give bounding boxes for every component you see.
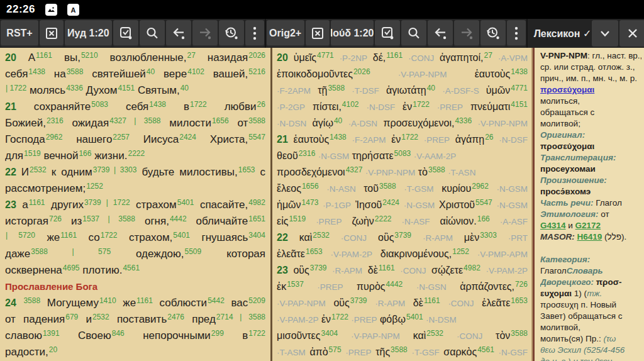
strong-number[interactable]: 2532 [426, 329, 443, 338]
word-group[interactable]: ·F-2APM [352, 134, 386, 145]
word-group[interactable]: себя1438 [5, 68, 45, 80]
word-group[interactable]: ἁγιωτάτῃ40 [386, 85, 435, 96]
select-verses-icon[interactable] [375, 20, 400, 47]
strong-number[interactable]: 575 [329, 345, 341, 354]
strong-number[interactable]: 5547 [248, 133, 265, 142]
word[interactable]: Духом [86, 84, 118, 96]
word-group[interactable]: ·N-GSM [497, 183, 528, 194]
word[interactable]: осквернена [5, 264, 62, 276]
word-group[interactable]: ·PRT [508, 232, 528, 243]
word[interactable]: со [89, 231, 100, 243]
morphology-code[interactable]: ·N-GSN [416, 282, 447, 292]
strong-number[interactable]: 5401 [406, 313, 423, 321]
strong-number[interactable]: 3588 [328, 84, 345, 92]
close-icon[interactable] [619, 20, 644, 47]
word-group[interactable]: на3588 [54, 68, 84, 80]
morphology-code[interactable]: ·V-PAM-2P [277, 315, 319, 325]
strong-number[interactable]: 1537 | 3588 [82, 214, 135, 223]
strong-number[interactable]: 1519 [289, 214, 306, 223]
word-group[interactable]: προσδεχόμενοι4327 [277, 167, 362, 177]
word-group[interactable]: τῆς3588 [375, 347, 408, 357]
word-group[interactable]: ἀγάπῃ26 [455, 134, 494, 145]
word[interactable]: εἰς [277, 216, 288, 226]
strong-number[interactable]: 26 [485, 133, 493, 142]
strong-number[interactable]: 4771 [317, 51, 334, 60]
word[interactable]: θεοῦ [277, 150, 298, 161]
word[interactable]: сохраняйте [34, 101, 91, 113]
word-group[interactable]: καὶ2532 [413, 330, 443, 341]
lexicon-headword-link[interactable]: προσεύχομαι [540, 85, 594, 94]
strong-cross-reference-link[interactable]: G2172 [575, 221, 601, 230]
word-group[interactable]: ἑαυτοὺς1438 [294, 134, 347, 145]
word-group[interactable]: δὲ1161 [413, 297, 440, 308]
word[interactable]: ἐλεᾶτε [482, 297, 510, 308]
strong-number[interactable]: 3739 [310, 264, 327, 272]
word-group[interactable]: 22 [277, 232, 288, 243]
strong-number[interactable]: 26 [257, 100, 265, 109]
word-group[interactable]: κυρίου2962 [441, 183, 489, 194]
word[interactable]: от падения [5, 313, 65, 325]
forward-icon-disabled[interactable] [192, 20, 218, 47]
word-group[interactable]: других3739 | 1722 [51, 199, 130, 211]
module-selector-orig[interactable]: Orig2+ [267, 20, 304, 47]
strong-number[interactable]: 20 [49, 345, 57, 354]
word-group[interactable]: милости1656 [169, 117, 228, 129]
word-group[interactable]: ἀγαπητοί,27 [440, 52, 492, 63]
word[interactable]: И [21, 166, 29, 178]
strong-number[interactable]: 1653 [511, 296, 528, 305]
word-group[interactable]: поставить2476 [117, 313, 184, 325]
word[interactable]: вашей, [213, 68, 248, 80]
word-group[interactable]: от падения679 [5, 313, 78, 325]
strong-number[interactable]: 4151 [118, 84, 135, 92]
word[interactable]: Своею [78, 330, 111, 342]
morphology-code[interactable]: ·V-PAM-2P [486, 266, 528, 275]
word[interactable]: себя [5, 68, 28, 80]
word-group[interactable]: будьте милостивы,1653 [142, 166, 255, 178]
strong-number[interactable]: 2222 [128, 149, 145, 158]
word-group[interactable]: ·V-PNP-NPM [477, 118, 528, 128]
strong-number[interactable]: 3303 [480, 231, 497, 240]
word-group[interactable]: пред2714 | 3588 [192, 313, 265, 325]
morphology-code[interactable]: ·PREP [351, 315, 377, 325]
strong-number[interactable]: 2026 [353, 67, 370, 76]
word[interactable]: δὲ [368, 265, 378, 275]
word-group[interactable]: ожидая4327 | 3588 [72, 117, 160, 129]
word-group[interactable]: ἀπὸ575 [309, 347, 341, 357]
word-group[interactable]: ·N-GSM [497, 199, 528, 210]
word-group[interactable]: οὓς3739 [293, 265, 326, 275]
word-group[interactable]: сохраняйте5083 [34, 101, 108, 113]
word-group[interactable]: ·A-VPM [498, 52, 528, 63]
strong-number[interactable]: 4336 [66, 84, 83, 92]
word-group[interactable]: 24 [5, 297, 16, 309]
word-group[interactable]: ὑμεῖς4771 [294, 52, 334, 63]
overflow-menu-icon[interactable] [245, 20, 264, 47]
word-group[interactable]: же1161 [123, 297, 153, 309]
word-group[interactable]: обличайте1651 [196, 215, 265, 227]
word-group[interactable]: Духом4151 [86, 84, 135, 96]
word[interactable]: других [51, 199, 84, 211]
strong-number[interactable]: 1410 [99, 296, 116, 305]
word-group[interactable]: | 1722 [5, 84, 26, 96]
strong-number[interactable]: 3588 [23, 296, 40, 305]
chevron-down-icon[interactable] [592, 20, 618, 47]
morphology-code[interactable]: ·N-DSN [277, 119, 306, 128]
strong-cross-reference-link[interactable]: H6419 [577, 232, 602, 242]
word[interactable]: σαρκὸς [443, 347, 477, 357]
word-group[interactable]: τῇ3588 [318, 85, 345, 96]
word-group[interactable]: πίστει,4102 [313, 101, 359, 112]
word-group[interactable]: μισοῦντες3404 [277, 330, 338, 341]
close-window-icon[interactable] [40, 20, 64, 47]
word[interactable]: же [47, 231, 60, 243]
word[interactable]: ὑμεῖς [294, 52, 316, 63]
overflow-menu-icon[interactable] [507, 20, 526, 47]
strong-number[interactable]: 4982 [248, 198, 265, 207]
word[interactable]: соблюсти [160, 297, 208, 309]
word-group[interactable]: радости,20 [5, 346, 57, 358]
strong-number[interactable]: 1391 [43, 329, 60, 338]
morphology-code[interactable]: ·F-2APM [277, 86, 311, 96]
word-group[interactable]: ·CONJ [448, 297, 474, 308]
verse-number[interactable]: 24 [5, 297, 16, 308]
word-group[interactable]: Могущему1410 [47, 297, 116, 309]
word[interactable]: одеждою, [136, 248, 184, 260]
verse-number[interactable]: 22 [277, 232, 288, 243]
